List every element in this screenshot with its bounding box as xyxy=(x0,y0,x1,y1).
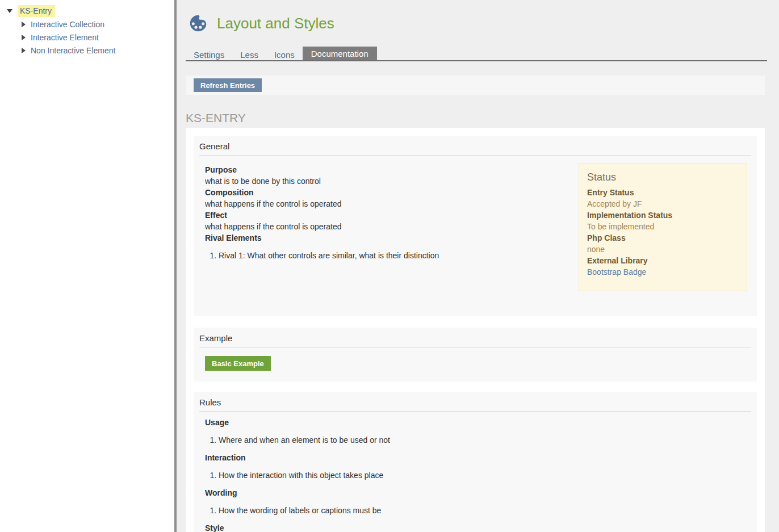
expand-arrow-icon[interactable] xyxy=(22,48,26,53)
expand-arrow-icon[interactable] xyxy=(22,35,26,40)
section-example: Example Basic Example xyxy=(194,328,757,382)
tab-settings[interactable]: Settings xyxy=(186,47,232,60)
page-header: Layout and Styles xyxy=(187,12,334,34)
example-body: Basic Example xyxy=(194,347,757,371)
section-heading: Rules xyxy=(199,392,751,412)
status-heading: Status xyxy=(587,171,739,183)
documentation-panel: General Purpose what is to be done by th… xyxy=(186,128,765,532)
rule-group-label: Usage xyxy=(205,417,751,428)
status-box: Status Entry Status Accepted by JF Imple… xyxy=(579,164,747,291)
rules-body: Usage Where and when an element is to be… xyxy=(194,412,757,532)
list-item: Where and when an element is to be used … xyxy=(219,434,751,446)
list-item: How the interaction with this object tak… xyxy=(219,470,751,481)
status-field-value: none xyxy=(587,244,739,255)
refresh-entries-button[interactable]: Refresh Entries xyxy=(194,78,262,92)
sidebar: KS-Entry Interactive Collection Interact… xyxy=(0,0,174,532)
status-field-label: Entry Status xyxy=(587,187,739,198)
tree-node-label[interactable]: Non Interactive Element xyxy=(31,46,115,55)
status-field-value: Accepted by JF xyxy=(587,198,739,210)
tab-icons[interactable]: Icons xyxy=(266,47,303,60)
section-heading: Example xyxy=(199,328,751,347)
external-library-link[interactable]: Bootstrap Badge xyxy=(587,266,739,278)
tree-node-ks-entry[interactable]: KS-Entry xyxy=(0,5,174,18)
section-rules: Rules Usage Where and when an element is… xyxy=(194,392,757,532)
status-field-value: To be implemented xyxy=(587,221,739,232)
rule-group-label: Style xyxy=(205,522,751,532)
tree-node-label[interactable]: Interactive Collection xyxy=(31,20,104,29)
palette-icon xyxy=(187,12,209,34)
tree-node-label[interactable]: Interactive Element xyxy=(31,33,99,42)
page-title: Layout and Styles xyxy=(217,15,334,32)
tab-less[interactable]: Less xyxy=(232,47,266,60)
rule-list: How the wording of labels or captions mu… xyxy=(205,505,751,516)
expand-arrow-icon[interactable] xyxy=(22,22,26,27)
tree-node-label-selected[interactable]: KS-Entry xyxy=(18,5,55,17)
rule-list: How the interaction with this object tak… xyxy=(205,470,751,481)
entry-title: KS-ENTRY xyxy=(186,111,246,125)
tree-node-interactive-collection[interactable]: Interactive Collection xyxy=(0,18,174,31)
toolbar: Refresh Entries xyxy=(186,76,765,95)
section-heading: General xyxy=(199,136,751,156)
rule-group-label: Interaction xyxy=(205,452,751,463)
status-field-label: Implementation Status xyxy=(587,210,739,221)
collapse-arrow-icon[interactable] xyxy=(7,9,12,13)
basic-example-button[interactable]: Basic Example xyxy=(205,356,271,371)
status-field-label: Php Class xyxy=(587,232,739,244)
rule-list: Where and when an element is to be used … xyxy=(205,434,751,446)
main-content: Layout and Styles Settings Less Icons Do… xyxy=(177,0,779,532)
tab-bar: Settings Less Icons Documentation xyxy=(186,47,767,61)
section-general: General Purpose what is to be done by th… xyxy=(194,136,757,316)
tree-node-interactive-element[interactable]: Interactive Element xyxy=(0,31,174,44)
rule-group-label: Wording xyxy=(205,487,751,499)
entry-tree: KS-Entry Interactive Collection Interact… xyxy=(0,0,174,57)
tab-documentation[interactable]: Documentation xyxy=(303,47,377,60)
list-item: How the wording of labels or captions mu… xyxy=(219,505,751,516)
status-field-label: External Library xyxy=(587,255,739,266)
tree-node-non-interactive-element[interactable]: Non Interactive Element xyxy=(0,44,174,57)
